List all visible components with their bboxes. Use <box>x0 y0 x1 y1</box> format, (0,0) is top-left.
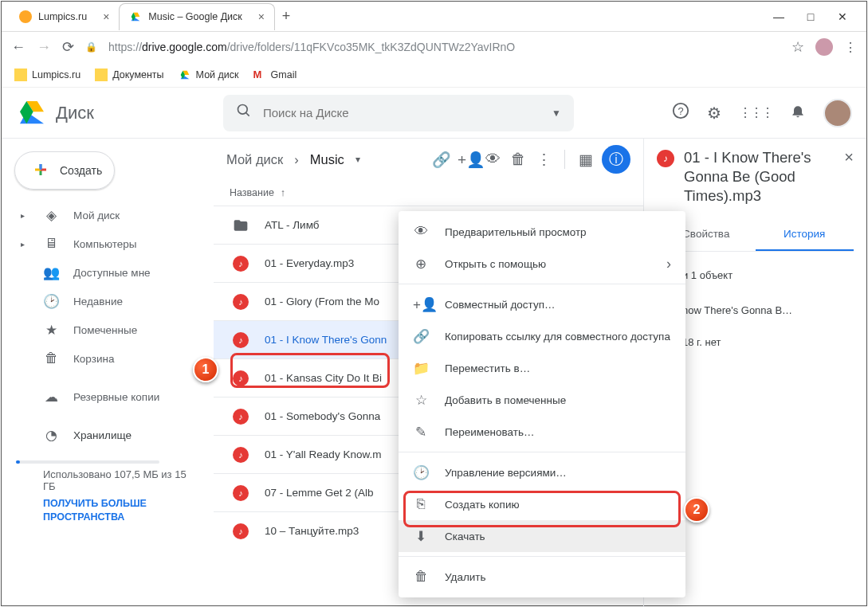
link-icon[interactable]: 🔗 <box>432 151 451 169</box>
create-button-label: Создать <box>60 164 102 177</box>
sidebar-item-trash[interactable]: 🗑Корзина <box>2 344 214 373</box>
close-icon[interactable]: × <box>258 10 265 23</box>
bookmark-star-icon[interactable]: ☆ <box>791 38 804 56</box>
window-close-icon[interactable]: ✕ <box>836 10 849 23</box>
drive-icon: ◈ <box>43 207 59 224</box>
computer-icon: 🖥 <box>43 236 59 252</box>
reload-button[interactable]: ⟳ <box>62 38 74 56</box>
audio-file-icon: ♪ <box>233 523 249 539</box>
svg-point-9 <box>238 105 248 115</box>
back-button[interactable]: ← <box>11 39 26 56</box>
file-name: 01 - Somebody's Gonna <box>265 410 380 422</box>
context-menu-label: Переместить в… <box>445 362 530 374</box>
browser-tab-lumpics[interactable]: Lumpics.ru × <box>10 3 119 30</box>
share-icon: +👤 <box>413 296 429 313</box>
sidebar-item-recent[interactable]: 🕑Недавние <box>2 287 214 315</box>
storage-progress-bar <box>16 460 159 464</box>
audio-file-icon: ♪ <box>233 370 249 386</box>
account-avatar[interactable] <box>823 99 852 127</box>
audio-file-icon: ♪ <box>233 256 249 272</box>
context-menu-item-move[interactable]: 📁Переместить в… <box>399 352 685 384</box>
sidebar-item-shared[interactable]: 👥Доступные мне <box>2 258 214 287</box>
breadcrumb-root[interactable]: Мой диск <box>226 152 283 167</box>
context-menu-item-star[interactable]: ☆Добавить в помеченные <box>399 384 685 416</box>
grid-view-icon[interactable]: ▦ <box>576 151 595 169</box>
info-panel-button[interactable]: ⓘ <box>602 145 630 174</box>
notifications-icon[interactable] <box>790 103 806 123</box>
close-icon[interactable]: × <box>103 10 109 23</box>
bookmark-item[interactable]: MGmail <box>253 69 297 81</box>
bookmark-item[interactable]: Lumpics.ru <box>14 69 81 81</box>
file-name: 01 - Y'all Ready Know.m <box>265 448 381 460</box>
sidebar-item-mydrive[interactable]: ▸◈Мой диск <box>2 201 214 229</box>
context-menu-item-copy[interactable]: ⎘Создать копию <box>399 488 685 520</box>
copy-icon: ⎘ <box>413 496 429 512</box>
context-menu-item-share[interactable]: +👤Совместный доступ… <box>399 288 685 320</box>
context-menu-label: Копировать ссылку для совместного доступ… <box>445 331 670 343</box>
window-minimize-icon[interactable]: — <box>772 10 785 23</box>
settings-icon[interactable]: ⚙ <box>707 104 721 123</box>
profile-avatar[interactable] <box>815 38 833 56</box>
sidebar-item-starred[interactable]: ★Помеченные <box>2 315 214 344</box>
sidebar: Создать ▸◈Мой диск ▸🖥Компьютеры 👥Доступн… <box>2 139 214 607</box>
storage-upgrade-link[interactable]: ПОЛУЧИТЬ БОЛЬШЕ ПРОСТРАНСТВА <box>43 492 199 524</box>
file-name: 01 - I Know There's Gonn <box>265 334 387 346</box>
bookmark-icon <box>14 69 27 81</box>
clock-icon: 🕑 <box>43 293 59 310</box>
open-icon: ⊕ <box>413 256 429 272</box>
people-icon: 👥 <box>43 264 59 281</box>
rename-icon: ✎ <box>413 424 429 441</box>
context-menu-item-link[interactable]: 🔗Копировать ссылку для совместного досту… <box>399 320 685 352</box>
breadcrumb: Мой диск › Music ▾ <box>226 152 360 167</box>
folder-icon <box>233 217 249 233</box>
create-button[interactable]: Создать <box>14 151 115 190</box>
context-menu-label: Добавить в помеченные <box>445 394 566 406</box>
audio-file-icon: ♪ <box>657 150 674 167</box>
trash-icon[interactable]: 🗑 <box>509 151 528 168</box>
favicon-icon <box>129 10 142 23</box>
sort-arrow-icon: ↑ <box>281 187 285 198</box>
gmail-icon: M <box>253 69 266 81</box>
link-icon: 🔗 <box>413 328 429 345</box>
search-box[interactable]: ▼ <box>223 95 574 131</box>
apps-grid-icon[interactable]: ⋮⋮⋮ <box>739 105 772 120</box>
lock-icon[interactable]: 🔒 <box>85 41 97 53</box>
breadcrumb-current[interactable]: Music <box>310 152 344 167</box>
window-maximize-icon[interactable]: □ <box>804 10 817 23</box>
search-input[interactable] <box>263 106 552 119</box>
browser-tab-drive[interactable]: Music – Google Диск × <box>119 3 275 30</box>
more-icon[interactable]: ⋮ <box>534 151 553 169</box>
new-tab-button[interactable]: + <box>275 8 297 25</box>
bookmark-item[interactable]: Документы <box>95 69 163 81</box>
column-header-name[interactable]: Название ↑ <box>214 180 643 206</box>
sidebar-item-computers[interactable]: ▸🖥Компьютеры <box>2 229 214 258</box>
context-menu-item-open[interactable]: ⊕Открыть с помощью <box>399 248 685 280</box>
forward-button[interactable]: → <box>37 39 51 56</box>
address-bar[interactable]: https://drive.google.com/drive/folders/1… <box>108 41 780 53</box>
close-panel-icon[interactable]: × <box>844 148 854 206</box>
search-dropdown-icon[interactable]: ▼ <box>552 108 561 119</box>
audio-file-icon: ♪ <box>233 485 249 501</box>
plus-icon <box>31 160 50 182</box>
sidebar-item-storage[interactable]: ◔Хранилище <box>2 421 214 449</box>
drive-logo-text: Диск <box>56 103 94 123</box>
star-icon: ☆ <box>413 392 429 409</box>
context-menu-item-download[interactable]: ⬇Скачать <box>399 520 685 552</box>
drive-logo[interactable]: Диск <box>16 97 214 129</box>
context-menu-item-eye[interactable]: 👁Предварительный просмотр <box>399 216 685 248</box>
browser-menu-icon[interactable]: ⋮ <box>844 40 857 55</box>
context-menu-label: Совместный доступ… <box>445 299 555 311</box>
context-menu-item-history[interactable]: 🕑Управление версиями… <box>399 456 685 488</box>
context-menu-item-trash[interactable]: 🗑Удалить <box>399 561 685 593</box>
eye-icon[interactable]: 👁 <box>483 151 502 168</box>
tab-history[interactable]: История <box>756 220 854 251</box>
bookmark-item[interactable]: Мой диск <box>179 69 239 81</box>
chevron-down-icon[interactable]: ▾ <box>355 154 360 165</box>
help-icon[interactable]: ? <box>672 102 689 123</box>
context-menu-item-rename[interactable]: ✎Переименовать… <box>399 416 685 448</box>
svg-text:?: ? <box>678 105 683 117</box>
drive-icon <box>179 69 191 81</box>
add-person-icon[interactable]: +👤 <box>458 151 477 169</box>
cloud-icon: ☁ <box>43 389 59 405</box>
sidebar-item-backups[interactable]: ☁Резервные копии <box>2 382 214 411</box>
